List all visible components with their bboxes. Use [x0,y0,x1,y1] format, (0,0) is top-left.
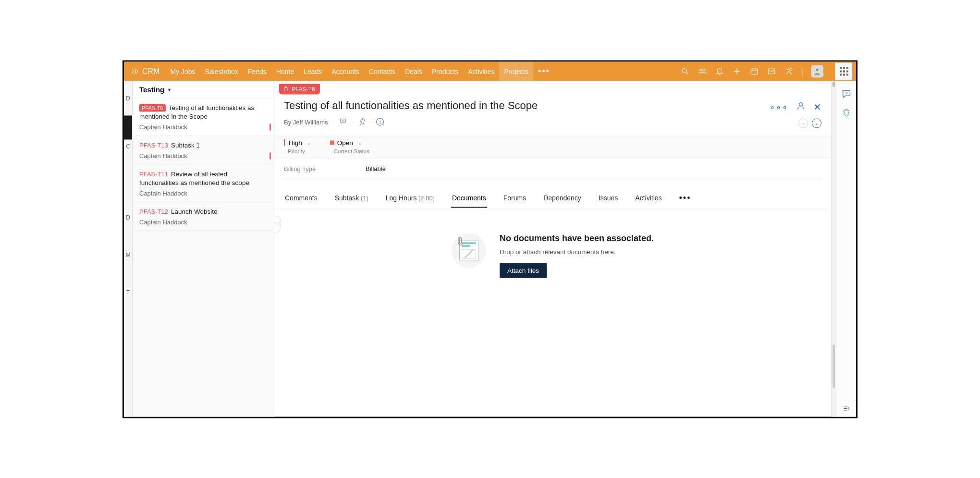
svg-rect-10 [769,69,775,74]
assignee-icon[interactable] [796,101,806,112]
clipboard-icon [283,86,289,92]
nav-more[interactable]: ••• [533,61,555,81]
task-list-item[interactable]: PFAS-T6Testing of all functionalities as… [133,98,274,135]
billing-value: Billable [366,165,386,172]
chevron-down-icon: ⌄ [307,140,311,145]
search-icon[interactable] [680,66,690,76]
nav-item-projects[interactable]: Projects [499,61,533,81]
record-nav: ‹ › [798,118,821,128]
grid-icon [840,67,848,75]
calendar-icon[interactable] [749,66,759,76]
prev-record[interactable]: ‹ [798,118,808,128]
tab-comments[interactable]: Comments [284,188,318,208]
tab-documents[interactable]: Documents [451,188,487,208]
attach-files-button[interactable]: Attach files [500,263,547,278]
mail-icon[interactable] [767,66,776,76]
close-button[interactable]: ✕ [813,101,821,112]
avatar[interactable] [811,65,823,77]
empty-subtext: Drop or attach relevant documents here. [500,248,616,255]
svg-point-3 [703,69,705,71]
topbar-actions: | [680,62,852,80]
tabs: CommentsSubtask (1)Log Hours (2:00)Docum… [274,187,831,209]
svg-point-12 [816,68,819,71]
tab-dependency[interactable]: Dependency [542,188,582,208]
svg-point-11 [790,68,793,70]
tools-icon[interactable] [784,66,794,76]
tab-issues[interactable]: Issues [598,188,619,208]
bell-icon[interactable] [715,66,724,76]
nav-item-feeds[interactable]: Feeds [243,61,271,81]
plus-icon[interactable] [732,66,742,76]
status-band: High⌄ Priority Open⌄ Current Status [274,135,831,158]
tabs-more[interactable]: ••• [678,187,692,208]
priority-flag-icon [270,152,271,159]
task-list-item[interactable]: PFAS-T11Review of all tested functionali… [133,164,274,202]
task-code: PFAS-T12 [139,208,168,215]
task-code-chip: PFAS-T6 [139,104,166,111]
nav-item-leads[interactable]: Leads [299,61,327,81]
paperclip-icon [456,236,464,245]
task-header: Testing of all functionalities as mentio… [274,94,831,135]
task-list-item[interactable]: PFAS-T12Launch WebsiteCaptain Haddock [133,202,274,231]
task-item-title: Subtask 1 [171,141,200,148]
next-record[interactable]: › [812,118,821,128]
nav-item-salesinbox[interactable]: SalesInbox [200,61,243,81]
nav-item-home[interactable]: Home [271,61,299,81]
task-list-item[interactable]: PFAS-T13Subtask 1Captain Haddock [133,135,274,164]
tab-log-hours[interactable]: Log Hours (2:00) [385,188,436,208]
chat-icon[interactable] [841,88,852,99]
svg-rect-6 [751,69,758,74]
more-actions[interactable]: ∘∘∘ [770,101,788,112]
task-chip-row: PFAS-T6 [274,81,831,94]
task-code-chip[interactable]: PFAS-T6 [279,84,320,94]
billing-row: Billing Type Billable [274,158,831,179]
tab-activities[interactable]: Activities [634,188,662,208]
topbar: CRM My JobsSalesInboxFeedsHomeLeadsAccou… [124,61,856,81]
status-group[interactable]: Open⌄ Current Status [330,139,369,154]
task-assignee: Captain Haddock [139,123,267,130]
info-icon[interactable]: i [376,118,384,126]
more-icon: ••• [538,66,550,76]
avatar-icon [812,66,822,76]
main: ⋮⋮ PFAS-T6 Testing of all functionalitie… [274,81,831,417]
task-author: By Jeff Williams [284,118,328,125]
nav-item-products[interactable]: Products [427,61,463,81]
svg-point-18 [845,92,845,93]
chevron-down-icon: ▾ [168,86,171,92]
tab-forums[interactable]: Forums [502,188,527,208]
document-illustration [452,233,486,268]
byline: By Jeff Williams · · · i [284,117,770,126]
separator [284,179,821,179]
sidebar-resize-handle[interactable]: ⋮⋮ [274,215,281,233]
nav-item-activities[interactable]: Activities [463,61,499,81]
priority-group[interactable]: High⌄ Priority [284,139,311,154]
task-code: PFAS-T11 [139,170,168,177]
brand-icon [130,67,139,75]
vertical-scrollbar[interactable] [831,81,836,417]
rail-collapse[interactable] [836,400,856,417]
collapse-icon [842,405,851,412]
nav-item-deals[interactable]: Deals [400,61,427,81]
svg-point-20 [847,92,848,93]
nav-item-contacts[interactable]: Contacts [364,61,400,81]
attachment-icon[interactable] [358,117,365,126]
documents-empty-state: No documents have been associated. Drop … [274,209,831,417]
nav-item-accounts[interactable]: Accounts [327,61,364,81]
sidebar-group-header[interactable]: Testing ▾ [133,81,274,98]
svg-point-17 [799,102,803,106]
contacts-icon[interactable] [698,66,707,76]
billing-label: Billing Type [284,165,366,172]
svg-point-2 [700,69,702,71]
extension-icon[interactable] [841,108,852,118]
svg-point-0 [682,68,686,73]
task-code: PFAS-T13 [139,141,168,148]
sidebar: Testing ▾ PFAS-T6Testing of all function… [133,81,274,417]
apps-launcher[interactable] [835,62,852,80]
task-assignee: Captain Haddock [139,152,267,159]
comment-icon[interactable] [339,117,347,126]
task-item-title: Launch Website [171,208,218,215]
brand[interactable]: CRM [130,67,159,75]
tab-subtask[interactable]: Subtask (1) [334,188,369,208]
task-title: Testing of all functionalities as mentio… [284,99,770,111]
nav-item-my-jobs[interactable]: My Jobs [165,61,200,81]
